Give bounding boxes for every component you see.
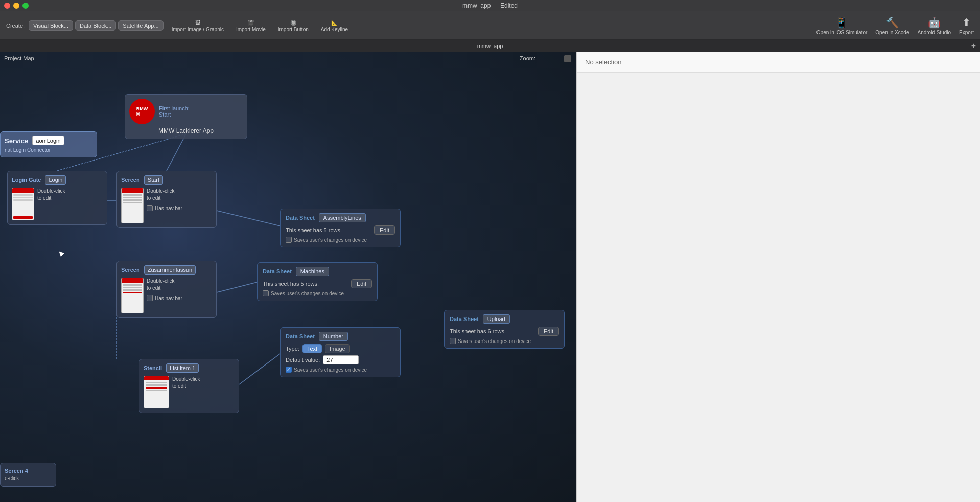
login-gate-card[interactable]: Login Gate Login Double-click to edit: [7, 171, 107, 225]
ios-icon: 📱: [835, 16, 848, 29]
login-gate-header: Login Gate Login: [12, 175, 103, 185]
stencil-row-2: [146, 384, 167, 386]
no-selection-label: No selection: [585, 58, 622, 66]
screen-zusammen-header: Screen Zusammenfassun: [121, 265, 212, 275]
open-ios-simulator-button[interactable]: 📱 Open in iOS Simulator: [816, 15, 868, 35]
ds-machines-saves-checkbox[interactable]: [263, 290, 269, 296]
ds-assembly-rows-text: This sheet has 5 rows.: [286, 227, 342, 233]
screen-start-thumb-body: [122, 193, 143, 223]
mmw-app-card[interactable]: BMWM First launch: Start MMW Lackierer A…: [125, 94, 247, 139]
close-button[interactable]: [4, 3, 10, 9]
minimize-button[interactable]: [13, 3, 19, 9]
import-movie-button[interactable]: 🎬 Import Movie: [236, 19, 266, 32]
import-button-button[interactable]: 🔘 Import Button: [278, 19, 309, 32]
screen-row-4: [123, 202, 142, 203]
add-tab-button[interactable]: +: [971, 41, 976, 51]
screen-row-2: [123, 197, 142, 198]
scroll-indicator[interactable]: [564, 55, 571, 62]
ds-number-default-input[interactable]: [323, 355, 359, 364]
ds-number-default-key: Default value:: [286, 357, 320, 363]
screen-zusammen-card[interactable]: Screen Zusammenfassun Double-click to ed…: [116, 261, 217, 318]
data-sheet-number-card[interactable]: Data Sheet Number Type: Text Image Defau…: [280, 327, 401, 377]
screen-start-name: Start: [144, 175, 163, 185]
satellite-app-button[interactable]: Satellite App...: [118, 20, 163, 31]
canvas-area[interactable]: Project Map Zoom: B: [0, 52, 576, 502]
service-card[interactable]: Service aomLogin nat Login Connector: [0, 131, 97, 157]
stencil-header: Stencil List item 1: [144, 363, 235, 373]
import-movie-label: Import Movie: [236, 27, 266, 32]
ds-upload-edit-button[interactable]: Edit: [538, 327, 559, 336]
ds-assembly-edit-button[interactable]: Edit: [374, 225, 395, 235]
has-nav-bar-row: Has nav bar: [147, 205, 182, 211]
import-image-label: Import Image / Graphic: [172, 27, 224, 32]
xcode-icon: 🔨: [886, 16, 899, 29]
screen-start-type: Screen: [121, 177, 140, 183]
title-bar: mmw_app — Edited: [0, 0, 980, 11]
screen-z-row-3: [123, 289, 142, 291]
data-block-button[interactable]: Data Block...: [75, 20, 116, 31]
has-nav-bar-label: Has nav bar: [155, 206, 182, 211]
start-label: Start: [159, 111, 190, 118]
android-icon: 🤖: [928, 16, 941, 29]
screen-start-header: Screen Start: [121, 175, 212, 185]
stencil-row-1: [146, 382, 167, 383]
ds-upload-type: Data Sheet: [450, 316, 479, 322]
tab-bar: mmw_app +: [0, 40, 980, 52]
stencil-card[interactable]: Stencil List item 1 Double-click to edit: [139, 359, 239, 413]
data-sheet-upload-card[interactable]: Data Sheet Upload This sheet has 6 rows.…: [444, 310, 565, 349]
stencil-thumb-body: [144, 380, 169, 394]
add-keyline-button[interactable]: 📐 Add Keyline: [321, 19, 348, 32]
import-button-label: Import Button: [278, 27, 309, 32]
window-controls[interactable]: [4, 3, 29, 9]
export-button[interactable]: ⬆ Export: [959, 15, 974, 35]
ds-upload-saves-row: Saves user's changes on device: [450, 338, 559, 344]
ds-assembly-saves-row: Saves user's changes on device: [286, 237, 395, 243]
service-type-label: Service: [5, 137, 28, 145]
add-keyline-label: Add Keyline: [321, 27, 348, 32]
project-map-label: Project Map: [4, 55, 34, 61]
ds-upload-saves-text: Saves user's changes on device: [458, 338, 531, 344]
ds-type-image-button[interactable]: Image: [325, 344, 350, 353]
import-button-icon: 🔘: [290, 20, 296, 26]
ds-number-saves-checkbox[interactable]: ✓: [286, 367, 292, 373]
maximize-button[interactable]: [22, 3, 29, 9]
ds-upload-saves-checkbox[interactable]: [450, 338, 456, 344]
screen-zusammen-edit-text: Double-click to edit: [147, 278, 182, 292]
screen-zusammen-nav-row: Has nav bar: [147, 295, 182, 301]
screen4-subtext: e-click: [5, 475, 19, 481]
first-launch-label: First launch:: [159, 105, 190, 111]
screen-start-thumb-header: [122, 188, 143, 193]
toolbar: Create: Visual Block... Data Block... Sa…: [0, 11, 980, 40]
window-title: mmw_app — Edited: [462, 2, 518, 9]
ds-machines-header: Data Sheet Machines: [263, 267, 372, 276]
right-panel-header: No selection: [577, 52, 980, 73]
screen-start-card[interactable]: Screen Start Double-click to edit: [116, 171, 217, 228]
android-studio-button[interactable]: 🤖 Android Studio: [917, 15, 951, 35]
ds-number-header: Data Sheet Number: [286, 332, 395, 341]
ds-assembly-saves-checkbox[interactable]: [286, 237, 292, 243]
screen4-card[interactable]: Screen 4 e-click: [0, 463, 56, 487]
stencil-name: List item 1: [166, 363, 199, 373]
tab-title[interactable]: mmw_app: [477, 43, 503, 49]
has-nav-bar-checkbox[interactable]: [147, 205, 153, 211]
data-sheet-assembly-card[interactable]: Data Sheet AssemblyLines This sheet has …: [280, 209, 401, 247]
stencil-row-4: [146, 390, 167, 391]
thumb-content: [12, 193, 34, 220]
svg-line-1: [167, 134, 186, 171]
screen-zusammen-nav-checkbox[interactable]: [147, 295, 153, 301]
ds-type-text-button[interactable]: Text: [302, 344, 322, 353]
thumb-line-3: [13, 199, 33, 201]
screen-z-row-1: [123, 284, 142, 286]
ds-number-saves-text: Saves user's changes on device: [294, 367, 367, 373]
import-image-button[interactable]: 🖼 Import Image / Graphic: [172, 19, 224, 32]
stencil-preview: Double-click to edit: [144, 376, 235, 408]
ds-machines-edit-button[interactable]: Edit: [351, 279, 372, 288]
open-xcode-button[interactable]: 🔨 Open in Xcode: [875, 15, 909, 35]
stencil-thumbnail: [144, 376, 169, 408]
data-sheet-machines-card[interactable]: Data Sheet Machines This sheet has 5 row…: [257, 262, 378, 301]
visual-block-button[interactable]: Visual Block...: [29, 20, 73, 31]
toolbar-right: 📱 Open in iOS Simulator 🔨 Open in Xcode …: [816, 15, 974, 35]
open-ios-label: Open in iOS Simulator: [816, 30, 868, 35]
main-container: Project Map Zoom: B: [0, 52, 980, 502]
screen-start-edit-text: Double-click to edit: [147, 188, 182, 202]
